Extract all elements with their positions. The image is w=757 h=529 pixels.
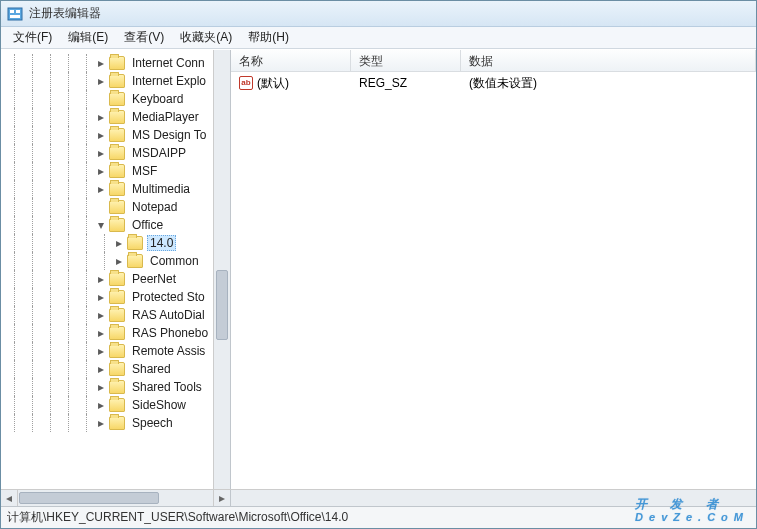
tree-guide bbox=[5, 90, 23, 108]
scrollbar-thumb[interactable] bbox=[19, 492, 159, 504]
tree-guide bbox=[41, 90, 59, 108]
expand-icon[interactable]: ▸ bbox=[95, 129, 107, 141]
expand-icon[interactable]: ▸ bbox=[95, 183, 107, 195]
tree-guide bbox=[59, 234, 77, 252]
tree-item[interactable]: ▸MediaPlayer bbox=[3, 108, 213, 126]
tree-guide bbox=[77, 270, 95, 288]
menu-help[interactable]: 帮助(H) bbox=[240, 27, 297, 48]
expand-icon[interactable]: ▸ bbox=[95, 363, 107, 375]
list-body[interactable]: ab (默认) REG_SZ (数值未设置) bbox=[231, 72, 756, 489]
folder-icon bbox=[109, 272, 125, 286]
tree-guide bbox=[95, 252, 113, 270]
tree-guide bbox=[23, 270, 41, 288]
tree-guide bbox=[59, 324, 77, 342]
tree-guide bbox=[41, 396, 59, 414]
tree-item[interactable]: ▸Common bbox=[3, 252, 213, 270]
tree-guide bbox=[41, 306, 59, 324]
column-header-name[interactable]: 名称 bbox=[231, 50, 351, 71]
tree-item[interactable]: ▸Remote Assis bbox=[3, 342, 213, 360]
tree-horizontal-scrollbar[interactable]: ◂ ▸ bbox=[1, 490, 231, 506]
tree-item[interactable]: Notepad bbox=[3, 198, 213, 216]
scroll-left-arrow-icon[interactable]: ◂ bbox=[1, 490, 18, 506]
tree-item[interactable]: ▸PeerNet bbox=[3, 270, 213, 288]
tree-guide bbox=[41, 288, 59, 306]
tree-item-label: Keyboard bbox=[129, 91, 186, 107]
expand-icon[interactable]: ▸ bbox=[95, 327, 107, 339]
tree-guide bbox=[41, 198, 59, 216]
list-row[interactable]: ab (默认) REG_SZ (数值未设置) bbox=[231, 74, 756, 92]
menu-view[interactable]: 查看(V) bbox=[116, 27, 172, 48]
expand-icon[interactable]: ▸ bbox=[113, 255, 125, 267]
expand-icon[interactable]: ▸ bbox=[113, 237, 125, 249]
tree-item[interactable]: Keyboard bbox=[3, 90, 213, 108]
column-header-type[interactable]: 类型 bbox=[351, 50, 461, 71]
tree-pane: ▸Internet Conn▸Internet ExploKeyboard▸Me… bbox=[1, 50, 231, 489]
tree-guide bbox=[23, 72, 41, 90]
twisty-none bbox=[95, 201, 107, 213]
tree-guide bbox=[41, 324, 59, 342]
tree-vertical-scrollbar[interactable] bbox=[213, 50, 230, 489]
menu-file[interactable]: 文件(F) bbox=[5, 27, 60, 48]
expand-icon[interactable]: ▸ bbox=[95, 57, 107, 69]
expand-icon[interactable]: ▸ bbox=[95, 345, 107, 357]
app-icon bbox=[7, 6, 23, 22]
tree-item[interactable]: ▸Shared Tools bbox=[3, 378, 213, 396]
expand-icon[interactable]: ▸ bbox=[95, 111, 107, 123]
tree-item-label: MS Design To bbox=[129, 127, 209, 143]
collapse-icon[interactable]: ▾ bbox=[95, 219, 107, 231]
tree-item-label: Internet Explo bbox=[129, 73, 209, 89]
expand-icon[interactable]: ▸ bbox=[95, 417, 107, 429]
column-header-data[interactable]: 数据 bbox=[461, 50, 756, 71]
tree-item-label: MSDAIPP bbox=[129, 145, 189, 161]
folder-icon bbox=[109, 164, 125, 178]
expand-icon[interactable]: ▸ bbox=[95, 381, 107, 393]
tree-view[interactable]: ▸Internet Conn▸Internet ExploKeyboard▸Me… bbox=[1, 50, 213, 489]
tree-guide bbox=[5, 342, 23, 360]
expand-icon[interactable]: ▸ bbox=[95, 291, 107, 303]
tree-item[interactable]: ▸MSF bbox=[3, 162, 213, 180]
tree-guide bbox=[23, 180, 41, 198]
tree-item[interactable]: ▸Internet Explo bbox=[3, 72, 213, 90]
tree-item[interactable]: ▸RAS Phonebo bbox=[3, 324, 213, 342]
tree-item[interactable]: ▸MSDAIPP bbox=[3, 144, 213, 162]
tree-item-label: Protected Sto bbox=[129, 289, 208, 305]
tree-item[interactable]: ▸Multimedia bbox=[3, 180, 213, 198]
tree-guide bbox=[41, 126, 59, 144]
tree-guide bbox=[41, 144, 59, 162]
tree-guide bbox=[23, 396, 41, 414]
expand-icon[interactable]: ▸ bbox=[95, 309, 107, 321]
expand-icon[interactable]: ▸ bbox=[95, 273, 107, 285]
folder-icon bbox=[109, 380, 125, 394]
tree-item[interactable]: ▾Office bbox=[3, 216, 213, 234]
value-name-cell: ab (默认) bbox=[231, 75, 351, 92]
tree-guide bbox=[23, 216, 41, 234]
tree-guide bbox=[23, 378, 41, 396]
tree-item[interactable]: ▸Speech bbox=[3, 414, 213, 432]
expand-icon[interactable]: ▸ bbox=[95, 147, 107, 159]
tree-item[interactable]: ▸MS Design To bbox=[3, 126, 213, 144]
tree-guide bbox=[5, 306, 23, 324]
tree-item[interactable]: ▸SideShow bbox=[3, 396, 213, 414]
tree-item[interactable]: ▸RAS AutoDial bbox=[3, 306, 213, 324]
menu-edit[interactable]: 编辑(E) bbox=[60, 27, 116, 48]
scrollbar-thumb[interactable] bbox=[216, 270, 228, 340]
list-pane: 名称 类型 数据 ab (默认) REG_SZ (数值未设置) bbox=[231, 50, 756, 489]
tree-guide bbox=[23, 324, 41, 342]
tree-guide bbox=[5, 324, 23, 342]
tree-item[interactable]: ▸Protected Sto bbox=[3, 288, 213, 306]
tree-guide bbox=[5, 288, 23, 306]
tree-guide bbox=[77, 396, 95, 414]
tree-item[interactable]: ▸Shared bbox=[3, 360, 213, 378]
expand-icon[interactable]: ▸ bbox=[95, 399, 107, 411]
expand-icon[interactable]: ▸ bbox=[95, 165, 107, 177]
list-header: 名称 类型 数据 bbox=[231, 50, 756, 72]
folder-icon bbox=[109, 362, 125, 376]
tree-item-label: Shared bbox=[129, 361, 174, 377]
tree-guide bbox=[5, 180, 23, 198]
list-horizontal-scrollbar[interactable] bbox=[231, 490, 756, 506]
tree-item[interactable]: ▸14.0 bbox=[3, 234, 213, 252]
menu-favorites[interactable]: 收藏夹(A) bbox=[172, 27, 240, 48]
scroll-right-arrow-icon[interactable]: ▸ bbox=[213, 490, 230, 506]
tree-item[interactable]: ▸Internet Conn bbox=[3, 54, 213, 72]
expand-icon[interactable]: ▸ bbox=[95, 75, 107, 87]
